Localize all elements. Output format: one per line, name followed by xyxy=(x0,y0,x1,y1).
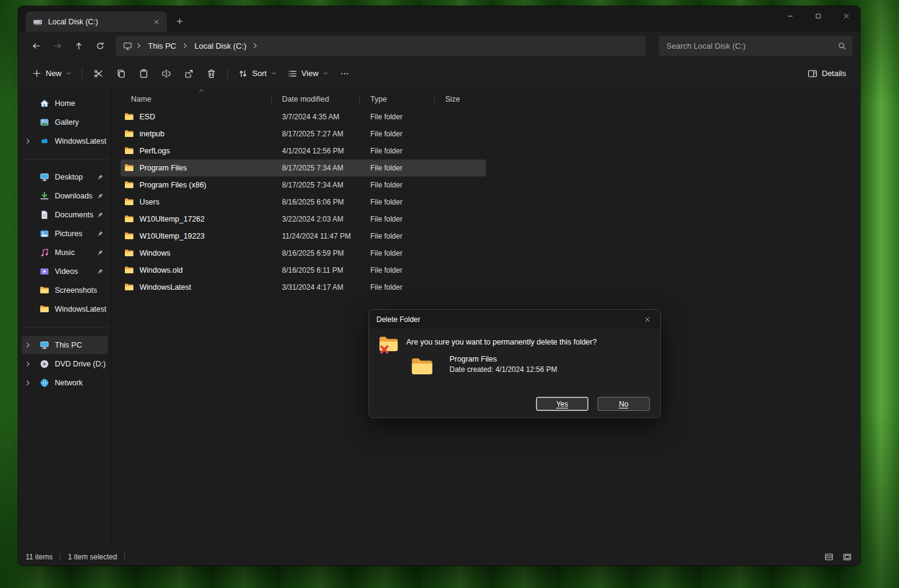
details-pane-button[interactable]: Details xyxy=(802,64,851,83)
file-modified: 11/24/2024 11:47 PM xyxy=(271,232,359,240)
column-header-type[interactable]: Type xyxy=(359,90,434,108)
search-input[interactable] xyxy=(666,41,837,51)
file-row[interactable]: Program Files (x86) 8/17/2025 7:34 AM Fi… xyxy=(121,177,486,194)
column-header-size[interactable]: Size xyxy=(434,90,486,108)
address-bar[interactable]: This PC Local Disk (C:) xyxy=(116,36,646,56)
file-rows: ESD 3/7/2024 4:35 AM File folder inetpub… xyxy=(121,108,486,296)
sidebar-item-label: Network xyxy=(55,379,83,387)
file-name-cell: inetpub xyxy=(121,129,271,139)
delete-folder-icon xyxy=(378,334,399,355)
pin-icon xyxy=(97,193,104,200)
yes-button[interactable]: Yes xyxy=(536,397,588,411)
column-header-date-modified[interactable]: Date modified xyxy=(271,90,359,108)
sidebar-item-windowslatest[interactable]: WindowsLatest xyxy=(22,300,108,318)
sidebar-item-label: Screenshots xyxy=(55,286,97,295)
details-view-icon[interactable] xyxy=(822,551,836,563)
chevron-right-icon[interactable] xyxy=(26,342,30,348)
sidebar-item-music[interactable]: Music xyxy=(22,243,108,262)
breadcrumb-local-disk[interactable]: Local Disk (C:) xyxy=(192,40,249,52)
navigation-bar: This PC Local Disk (C:) xyxy=(18,32,860,60)
explorer-tab[interactable]: Local Disk (C:) xyxy=(26,12,167,32)
copy-button[interactable] xyxy=(110,64,132,83)
file-name-cell: Users xyxy=(121,197,271,207)
folder-icon xyxy=(124,214,134,224)
search-box[interactable] xyxy=(659,36,853,56)
sidebar-item-dvd-drive[interactable]: DVD Drive (D:) CCC xyxy=(22,355,108,373)
dialog-close-icon[interactable] xyxy=(635,310,660,329)
folder-icon xyxy=(408,355,436,379)
sidebar-item-label: Documents xyxy=(55,211,93,219)
up-button[interactable] xyxy=(68,35,90,56)
window-controls xyxy=(776,6,860,26)
file-row[interactable]: Windows.old 8/16/2025 6:11 PM File folde… xyxy=(121,262,486,279)
sidebar-item-home[interactable]: Home xyxy=(22,94,108,113)
tab-close-icon[interactable] xyxy=(150,15,163,29)
minimize-button[interactable] xyxy=(776,6,804,26)
folder-icon xyxy=(124,112,134,122)
file-name-cell: Windows xyxy=(121,248,271,258)
chevron-right-icon[interactable] xyxy=(26,361,30,367)
forward-button[interactable] xyxy=(47,35,68,56)
sidebar-item-onedrive[interactable]: WindowsLatest - P xyxy=(22,132,108,150)
view-button[interactable]: View xyxy=(282,64,334,83)
folder-icon xyxy=(124,231,134,241)
sidebar-item-this-pc[interactable]: This PC xyxy=(22,336,108,354)
sidebar-item-downloads[interactable]: Downloads xyxy=(22,187,108,205)
file-row[interactable]: W10Ultemp_19223 11/24/2024 11:47 PM File… xyxy=(121,228,486,245)
pin-icon xyxy=(97,231,104,237)
sidebar-item-gallery[interactable]: Gallery xyxy=(22,113,108,131)
title-bar[interactable]: Local Disk (C:) xyxy=(18,6,860,32)
delete-button[interactable] xyxy=(200,64,222,83)
dialog-title-bar[interactable]: Delete Folder xyxy=(369,310,660,329)
sidebar-item-pictures[interactable]: Pictures xyxy=(22,225,108,243)
sidebar-item-label: WindowsLatest xyxy=(55,305,107,313)
file-row[interactable]: ESD 3/7/2024 4:35 AM File folder xyxy=(121,108,486,125)
new-tab-button[interactable] xyxy=(171,12,189,30)
chevron-down-icon xyxy=(66,71,71,76)
file-row[interactable]: Windows 8/16/2025 6:59 PM File folder xyxy=(121,245,486,262)
item-count: 11 items xyxy=(26,553,52,561)
file-explorer-window: Local Disk (C:) xyxy=(18,6,860,565)
sidebar-item-label: Home xyxy=(55,99,75,108)
breadcrumb-chevron-icon xyxy=(253,43,258,49)
large-icons-view-icon[interactable] xyxy=(841,551,854,563)
file-row[interactable]: W10Ultemp_17262 3/22/2024 2:03 AM File f… xyxy=(121,211,486,228)
file-row[interactable]: inetpub 8/17/2025 7:27 AM File folder xyxy=(121,125,486,142)
chevron-right-icon[interactable] xyxy=(26,380,30,386)
sort-button[interactable]: Sort xyxy=(233,64,282,83)
file-type: File folder xyxy=(359,283,434,292)
file-name: PerfLogs xyxy=(139,147,170,155)
paste-button[interactable] xyxy=(132,64,155,83)
back-button[interactable] xyxy=(26,35,47,56)
file-row[interactable]: Users 8/16/2025 6:06 PM File folder xyxy=(121,194,486,211)
rename-button[interactable] xyxy=(155,64,177,83)
sidebar-item-label: Gallery xyxy=(55,118,79,127)
sidebar-item-desktop[interactable]: Desktop xyxy=(22,168,108,186)
breadcrumb-this-pc[interactable]: This PC xyxy=(146,40,178,52)
maximize-button[interactable] xyxy=(804,6,832,26)
chevron-down-icon xyxy=(271,71,277,76)
file-name-cell: Program Files (x86) xyxy=(121,180,271,190)
no-button[interactable]: No xyxy=(598,397,650,411)
new-button[interactable]: New xyxy=(27,64,77,83)
sidebar-item-documents[interactable]: Documents xyxy=(22,206,108,224)
more-options-button[interactable] xyxy=(334,64,356,83)
cut-button[interactable] xyxy=(87,64,110,83)
file-type: File folder xyxy=(359,266,434,275)
sidebar-item-screenshots[interactable]: Screenshots xyxy=(22,281,108,299)
close-button[interactable] xyxy=(832,6,860,26)
breadcrumb-chevron-icon xyxy=(183,43,188,49)
sidebar-item-network[interactable]: Network xyxy=(22,374,108,392)
file-row[interactable]: PerfLogs 4/1/2024 12:56 PM File folder xyxy=(121,142,486,159)
file-type: File folder xyxy=(359,198,434,206)
chevron-right-icon[interactable] xyxy=(26,138,30,144)
folder-icon xyxy=(124,197,134,207)
file-row-selected[interactable]: Program Files 8/17/2025 7:34 AM File fol… xyxy=(121,159,486,177)
column-header-name[interactable]: Name xyxy=(121,90,271,108)
share-button[interactable] xyxy=(177,64,200,83)
pin-icon xyxy=(97,268,104,275)
sidebar-item-videos[interactable]: Videos xyxy=(22,262,108,281)
file-row[interactable]: WindowsLatest 3/31/2024 4:17 AM File fol… xyxy=(121,279,486,296)
file-modified: 3/22/2024 2:03 AM xyxy=(271,215,359,223)
refresh-button[interactable] xyxy=(90,35,111,56)
